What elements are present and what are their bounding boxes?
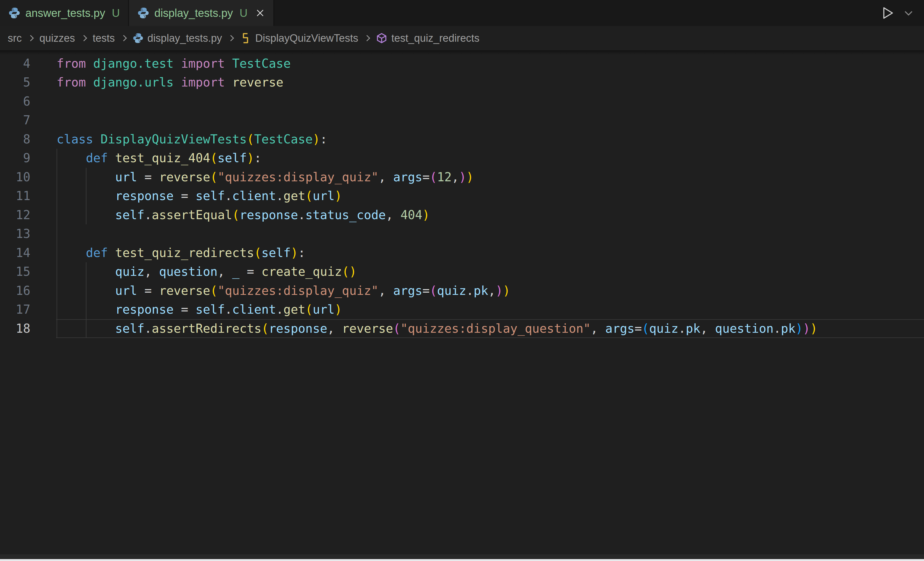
code-token: ,	[700, 321, 708, 335]
code-token	[57, 321, 115, 335]
code-token: (	[247, 132, 254, 146]
code-text: self.assertEqual(response.status_code, 4…	[57, 206, 430, 225]
tab-answer-tests[interactable]: answer_tests.py U	[0, 0, 129, 26]
code-token: =	[239, 265, 261, 278]
line-number[interactable]: 13	[0, 224, 30, 244]
code-text: url = reverse("quizzes:display_quiz", ar…	[57, 168, 474, 187]
code-token: )	[496, 284, 503, 298]
code-token	[598, 321, 605, 335]
code-token: .	[774, 321, 781, 335]
code-token: (	[261, 321, 269, 335]
window-bottom-strip	[0, 554, 924, 559]
close-icon[interactable]	[255, 8, 265, 18]
code-token: def	[86, 246, 108, 260]
code-token: )	[335, 189, 342, 203]
code-token: question	[715, 321, 774, 335]
line-number[interactable]: 18	[0, 319, 30, 338]
run-button[interactable]	[880, 6, 895, 20]
code-token: :	[320, 132, 327, 146]
breadcrumb-item-method[interactable]: test_quiz_redirects	[376, 32, 479, 44]
code-token: TestCase	[232, 56, 291, 71]
breadcrumb-label: src	[8, 32, 22, 44]
code-token: )	[466, 170, 474, 184]
code-token: ,	[327, 321, 335, 335]
code-token	[57, 151, 86, 165]
code-token: self	[195, 189, 225, 203]
code-token	[386, 284, 393, 298]
code-token: .	[225, 189, 232, 203]
breadcrumb-item-file[interactable]: display_tests.py	[132, 32, 222, 44]
code-token	[57, 208, 115, 222]
line-number[interactable]: 12	[0, 206, 30, 225]
code-token: self	[115, 208, 144, 222]
code-token: url	[115, 170, 137, 184]
code-line[interactable]: 4from django.test import TestCase	[0, 54, 924, 73]
code-token: response	[115, 189, 174, 203]
breadcrumb-item-class[interactable]: DisplayQuizViewTests	[240, 32, 358, 44]
code-line[interactable]: 13	[0, 224, 924, 244]
code-line[interactable]: 15 quiz, question, _ = create_quiz()	[0, 262, 924, 281]
code-line[interactable]: 17 response = self.client.get(url)	[0, 300, 924, 319]
code-token: :	[254, 151, 261, 165]
code-token: (	[342, 265, 350, 278]
line-number[interactable]: 10	[0, 168, 30, 187]
line-number[interactable]: 15	[0, 262, 30, 281]
code-line[interactable]: 12 self.assertEqual(response.status_code…	[0, 206, 924, 225]
code-line[interactable]: 7	[0, 111, 924, 130]
line-number[interactable]: 14	[0, 244, 30, 263]
line-number[interactable]: 4	[0, 54, 30, 73]
code-token: client	[232, 189, 276, 203]
code-token: ,	[379, 170, 386, 184]
line-number[interactable]: 6	[0, 92, 30, 111]
code-rows: 34from django.test import TestCase5from …	[0, 35, 924, 338]
code-token	[335, 321, 342, 335]
breadcrumb-item-tests[interactable]: tests	[93, 32, 115, 44]
code-line[interactable]: 14 def test_quiz_redirects(self):	[0, 244, 924, 263]
code-line[interactable]: 5from django.urls import reverse	[0, 73, 924, 92]
tab-label: display_tests.py	[154, 7, 233, 20]
python-icon	[132, 33, 144, 44]
editor[interactable]: 34from django.test import TestCase5from …	[0, 0, 924, 561]
code-token: pk	[686, 321, 700, 335]
code-token	[225, 265, 232, 278]
code-token: reverse	[159, 284, 210, 298]
line-number[interactable]: 9	[0, 149, 30, 168]
code-token: self	[261, 246, 291, 260]
run-dropdown-button[interactable]	[903, 8, 914, 18]
line-number[interactable]: 11	[0, 186, 30, 206]
code-token: get	[284, 189, 305, 203]
code-token: assertEqual	[152, 208, 232, 222]
breadcrumb-item-quizzes[interactable]: quizzes	[39, 32, 75, 44]
code-token: (	[393, 321, 401, 335]
code-token	[108, 151, 115, 165]
code-line[interactable]: 9 def test_quiz_404(self):	[0, 149, 924, 168]
code-line[interactable]: 11 response = self.client.get(url)	[0, 186, 924, 206]
code-token: (	[430, 170, 437, 184]
code-text: quiz, question, _ = create_quiz()	[57, 262, 357, 281]
breadcrumb-item-src[interactable]: src	[8, 32, 22, 44]
tab-display-tests[interactable]: display_tests.py U	[129, 0, 274, 26]
line-number[interactable]: 17	[0, 300, 30, 319]
code-token	[386, 170, 393, 184]
code-line[interactable]: 8class DisplayQuizViewTests(TestCase):	[0, 130, 924, 149]
code-token	[225, 56, 232, 71]
line-number[interactable]: 5	[0, 73, 30, 92]
chevron-right-icon	[364, 35, 370, 41]
line-number[interactable]: 16	[0, 281, 30, 301]
line-number[interactable]: 8	[0, 130, 30, 149]
code-line[interactable]: 18 self.assertRedirects(response, revers…	[0, 319, 924, 338]
code-line[interactable]: 16 url = reverse("quizzes:display_quiz",…	[0, 281, 924, 301]
chevron-right-icon	[27, 35, 34, 41]
code-token: .	[678, 321, 686, 335]
code-token: .	[144, 208, 152, 222]
code-line[interactable]: 6	[0, 92, 924, 111]
window-bottom-edge	[0, 559, 924, 561]
code-token: response	[269, 321, 327, 335]
code-token: =	[423, 170, 430, 184]
line-number[interactable]: 7	[0, 111, 30, 130]
code-line[interactable]: 10 url = reverse("quizzes:display_quiz",…	[0, 168, 924, 187]
code-token: args	[393, 170, 423, 184]
code-text: def test_quiz_404(self):	[57, 149, 261, 168]
code-token: django.urls	[93, 75, 173, 89]
code-text: from django.urls import reverse	[57, 73, 284, 92]
